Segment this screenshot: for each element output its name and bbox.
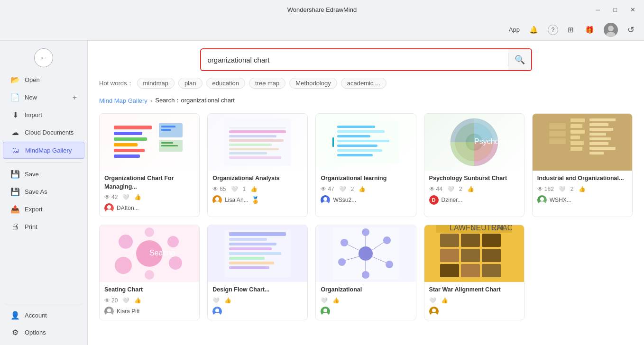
sidebar-item-import[interactable]: ⬇ Import <box>3 107 84 123</box>
gallery-card-seat[interactable]: Seating Seating Chart 👁 20 <box>99 225 200 320</box>
card-author-flow <box>212 307 303 316</box>
card-thumb-org2 <box>208 114 307 171</box>
gallery-card-org1[interactable]: Organizational Chart For Managing... 👁 4… <box>99 113 200 217</box>
like-icon-org5[interactable]: 🤍 <box>321 297 328 304</box>
sidebar-item-export[interactable]: 📤 Export <box>3 201 84 218</box>
card-author-org1: DAfton... <box>104 203 194 213</box>
share-icon-ind[interactable]: 👍 <box>579 186 586 192</box>
like-icon-flow[interactable]: 🤍 <box>212 297 220 304</box>
svg-text:CHAOTIC: CHAOTIC <box>491 225 512 232</box>
share-icon-star[interactable]: 👍 <box>441 297 448 304</box>
sidebar-item-save[interactable]: 💾 Save <box>3 166 84 182</box>
gallery-card-org5[interactable]: Organizational 🤍 👍 <box>315 225 416 320</box>
svg-rect-107 <box>482 249 501 262</box>
svg-point-90 <box>340 239 348 246</box>
sidebar-item-open[interactable]: 📂 Open <box>3 72 84 88</box>
refresh-icon[interactable]: ↺ <box>626 23 636 37</box>
sidebar-item-new[interactable]: 📄 New + <box>3 89 84 106</box>
sidebar-divider-2 <box>6 304 82 304</box>
author-avatar-seat <box>104 307 114 316</box>
svg-rect-45 <box>549 123 566 129</box>
plus-icon[interactable]: + <box>73 93 77 102</box>
hot-word-education[interactable]: education <box>206 78 245 89</box>
sidebar-label-cloud: Cloud Documents <box>25 129 74 136</box>
hot-word-plan[interactable]: plan <box>178 78 202 89</box>
hot-word-academic[interactable]: academic ... <box>341 78 386 89</box>
like-icon-org1[interactable]: 🤍 <box>122 194 129 200</box>
svg-rect-33 <box>337 149 382 152</box>
svg-point-70 <box>145 227 154 237</box>
hot-words-label: Hot words： <box>99 79 133 88</box>
card-meta-star: 🤍 👍 <box>429 297 519 304</box>
svg-rect-20 <box>229 139 284 142</box>
gift-icon[interactable]: 🎁 <box>583 24 596 36</box>
app-label[interactable]: App <box>509 26 520 33</box>
svg-rect-18 <box>229 130 286 133</box>
like-icon-ind[interactable]: 🤍 <box>559 186 566 192</box>
svg-rect-79 <box>229 252 281 255</box>
user-avatar[interactable] <box>604 23 618 37</box>
breadcrumb: Mind Map Gallery › Search：organizational… <box>99 96 633 105</box>
share-icon-seat[interactable]: 👍 <box>134 297 141 304</box>
card-title-org3: Organizational learning <box>321 174 411 183</box>
grid-icon[interactable]: ⊞ <box>566 24 576 36</box>
share-icon-org2[interactable]: 👍 <box>250 186 258 192</box>
svg-rect-48 <box>570 118 585 122</box>
share-icon-org1[interactable]: 👍 <box>134 194 141 200</box>
minimize-button[interactable]: ─ <box>593 5 603 14</box>
svg-rect-52 <box>570 141 584 145</box>
share-icon-flow[interactable]: 👍 <box>224 297 231 304</box>
like-icon-star[interactable]: 🤍 <box>429 297 436 304</box>
svg-rect-34 <box>337 154 373 156</box>
breadcrumb-separator: › <box>150 97 152 104</box>
card-title-seat: Seating Chart <box>104 286 194 294</box>
sidebar-item-cloud[interactable]: ☁ Cloud Documents <box>3 124 84 141</box>
search-input[interactable] <box>201 51 508 69</box>
svg-rect-22 <box>229 148 279 150</box>
share-icon-org5[interactable]: 👍 <box>332 297 340 304</box>
content-area: 🔍 Hot words： mindmap plan education tree… <box>88 41 644 345</box>
card-meta-org2: 👁 65 🤍 1 👍 <box>212 186 303 192</box>
svg-rect-3 <box>114 132 142 135</box>
sidebar-item-save-as[interactable]: 💾 Save As <box>3 183 84 200</box>
share-icon-org3[interactable]: 👍 <box>359 186 366 192</box>
svg-point-92 <box>338 258 346 266</box>
share-icon-psych[interactable]: 👍 <box>467 186 474 192</box>
gallery-card-flow[interactable]: Design Flow Chart... 🤍 👍 <box>207 225 308 320</box>
sidebar-item-print[interactable]: 🖨 Print <box>3 218 84 235</box>
gallery-card-star[interactable]: LAWFUL NEUTRAL CHAOTIC Star War Alignmen… <box>424 225 524 320</box>
gallery-grid: Organizational Chart For Managing... 👁 4… <box>99 113 633 320</box>
sidebar-item-account[interactable]: 👤 Account <box>3 307 84 324</box>
hot-word-mindmap[interactable]: mindmap <box>137 78 175 89</box>
bell-icon[interactable]: 🔔 <box>527 24 540 36</box>
sidebar-item-options[interactable]: ⚙ Options <box>3 324 84 341</box>
like-icon-seat[interactable]: 🤍 <box>122 297 129 304</box>
svg-point-62 <box>540 197 544 201</box>
hot-word-methodology[interactable]: Methodology <box>289 78 337 89</box>
like-icon-psych[interactable]: 🤍 <box>447 186 454 192</box>
maximize-button[interactable]: □ <box>610 5 620 14</box>
svg-rect-4 <box>114 137 147 141</box>
close-button[interactable]: ✕ <box>627 5 638 14</box>
account-icon: 👤 <box>10 311 20 320</box>
help-icon[interactable]: ? <box>548 25 558 35</box>
svg-point-73 <box>106 313 112 316</box>
sidebar-item-mindmap-gallery[interactable]: 🗂 MindMap Gallery <box>3 142 84 159</box>
back-button[interactable]: ← <box>34 48 53 67</box>
gallery-card-ind[interactable]: Industrial and Organizational... 👁 182 🤍… <box>532 113 633 217</box>
svg-point-0 <box>608 26 614 31</box>
author-avatar-org2 <box>212 195 222 205</box>
hot-word-treemap[interactable]: tree map <box>249 78 285 89</box>
search-button[interactable]: 🔍 <box>508 49 531 70</box>
like-icon-org2[interactable]: 🤍 <box>231 186 238 192</box>
svg-point-63 <box>539 201 545 205</box>
gallery-card-org2[interactable]: Organizational Analysis 👁 65 🤍 1 👍 <box>207 113 308 217</box>
eye-icon-3: 👁 <box>321 186 326 192</box>
gallery-card-psych[interactable]: Psychology Psychology Sunburst Chart 👁 4… <box>424 113 524 217</box>
gallery-card-org3[interactable]: Organizational learning 👁 47 🤍 2 👍 <box>315 113 416 217</box>
export-icon: 📤 <box>10 205 20 214</box>
breadcrumb-gallery-link[interactable]: Mind Map Gallery <box>99 97 147 104</box>
like-icon-org3[interactable]: 🤍 <box>339 186 346 192</box>
views-org2: 👁 65 <box>212 186 226 192</box>
card-author-org5 <box>321 307 411 316</box>
